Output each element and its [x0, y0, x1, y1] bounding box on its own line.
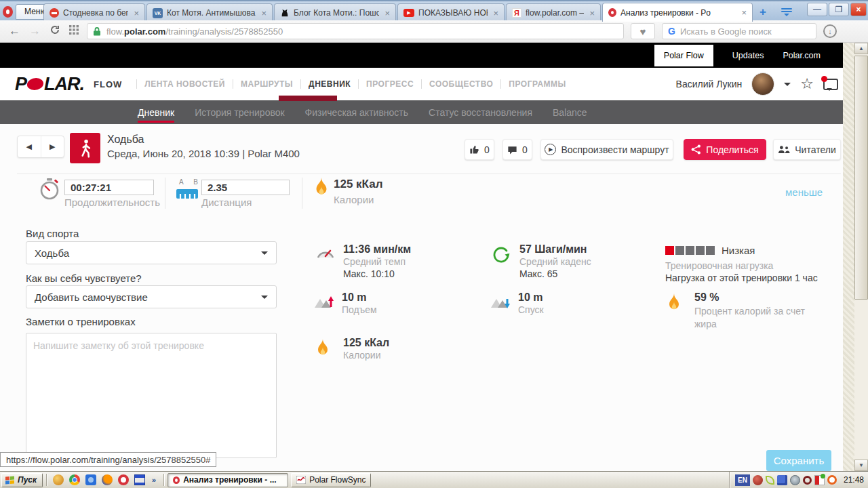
browser-tab-active[interactable]: Анализ тренировки - Po × — [602, 3, 753, 22]
tray-icon-orange[interactable] — [827, 475, 837, 485]
tab-title: Стодневка по бегу - 1 — [63, 8, 128, 18]
chrome-icon[interactable] — [69, 474, 80, 485]
taskbar-task-flowsync[interactable]: Polar FlowSync — [291, 473, 371, 487]
favorites-star-icon[interactable]: ☆ — [800, 75, 814, 93]
notifications-icon[interactable] — [823, 79, 838, 90]
tab-menu-button[interactable] — [781, 7, 792, 19]
readers-button[interactable]: Читатели — [773, 139, 841, 160]
browser-addressbar: ← → flow.polar.com/training/analysis/257… — [0, 20, 868, 43]
subnav-recovery[interactable]: Статус восстановления — [429, 107, 532, 118]
topbar-link-updates[interactable]: Updates — [732, 51, 764, 60]
notes-textarea[interactable] — [26, 333, 277, 458]
new-tab-button[interactable]: + — [760, 5, 766, 19]
tab-close-icon[interactable]: × — [492, 8, 500, 18]
tray-icon-leaf[interactable] — [766, 476, 774, 485]
people-icon — [778, 145, 790, 154]
status-url-tooltip: https://flow.polar.com/training/analysis… — [0, 452, 216, 467]
tab-close-icon[interactable]: × — [132, 8, 140, 18]
browser-tab-3[interactable]: Блог Кота Моти.: Пошо × — [274, 3, 396, 22]
load-label: Тренировочная нагрузка — [665, 260, 818, 271]
bookmark-heart-button[interactable]: ♥ — [631, 23, 655, 39]
feeling-select[interactable]: Добавить самочувствие — [26, 285, 277, 308]
start-button[interactable]: Пуск — [1, 473, 43, 487]
back-button[interactable]: ← — [9, 24, 20, 38]
next-session-button[interactable]: ▶ — [41, 136, 64, 157]
distance-input[interactable] — [201, 180, 290, 195]
divider — [163, 474, 164, 486]
opera-icon[interactable] — [118, 474, 129, 485]
tray-icon-webcam[interactable] — [790, 475, 800, 485]
subnav-diary[interactable]: Дневник — [138, 107, 174, 123]
tab-title: ПОКАЗЫВАЮ НОВЫЙ БО — [418, 8, 488, 18]
polar-logo[interactable]: PLAR. — [15, 74, 84, 95]
language-indicator[interactable]: EN — [735, 474, 750, 486]
window-close-button[interactable]: × — [850, 3, 867, 16]
subnav-balance[interactable]: Balance — [553, 107, 587, 118]
taskbar-clock: 21:48 — [844, 475, 864, 485]
search-input[interactable] — [680, 26, 795, 37]
window-minimize-button[interactable]: — — [807, 3, 827, 16]
search-box[interactable]: G — [662, 23, 816, 39]
scroll-up-icon[interactable]: ▲ — [854, 43, 868, 54]
ruler-icon — [176, 189, 198, 199]
subnav-activity[interactable]: Физическая активность — [305, 107, 408, 118]
sport-select[interactable]: Ходьба — [26, 241, 277, 264]
flame-icon — [667, 291, 688, 331]
polar-top-bar: Polar Flow Updates Polar.com — [0, 43, 868, 68]
comment-button[interactable]: 0 — [502, 139, 532, 160]
flame-icon — [316, 337, 336, 362]
tray-icon-blue-puzzle[interactable] — [777, 475, 787, 485]
tray-icon-red[interactable] — [753, 475, 763, 485]
nav-diary[interactable]: ДНЕВНИК — [309, 79, 351, 89]
polar-logo-o-icon — [26, 78, 45, 90]
replay-route-label: Воспроизвести маршрут — [561, 144, 669, 155]
save-button[interactable]: Сохранить — [766, 450, 831, 471]
like-button[interactable]: 0 — [465, 139, 494, 160]
reload-button[interactable] — [50, 24, 60, 39]
avatar[interactable] — [751, 73, 774, 96]
url-field[interactable]: flow.polar.com/training/analysis/2578852… — [87, 23, 624, 39]
forward-button[interactable]: → — [29, 24, 41, 38]
divider — [17, 174, 841, 174]
taskbar-task-analysis[interactable]: Анализ тренировки - ... — [167, 473, 288, 487]
load-square — [696, 246, 705, 255]
firefox-icon[interactable] — [102, 474, 113, 485]
browser-tab-4[interactable]: ▶ ПОКАЗЫВАЮ НОВЫЙ БО × — [397, 3, 505, 22]
comment-count: 0 — [522, 144, 528, 155]
topbar-link-polar-flow[interactable]: Polar Flow — [654, 45, 713, 66]
tab-close-icon[interactable]: × — [260, 8, 268, 18]
less-link[interactable]: меньше — [785, 186, 823, 198]
nav-feed[interactable]: ЛЕНТА НОВОСТЕЙ — [144, 79, 225, 89]
user-name[interactable]: Василий Лукин — [676, 79, 743, 89]
chevron-down-icon[interactable] — [784, 83, 791, 89]
share-button[interactable]: Поделиться — [684, 139, 766, 160]
tab-close-icon[interactable]: × — [740, 7, 748, 18]
quicklaunch-blue-icon[interactable] — [85, 474, 96, 485]
downloads-button[interactable]: ↓ — [823, 24, 837, 38]
browser-tab-2[interactable]: VK Кот Мотя. Антимышова × — [146, 3, 273, 22]
window-maximize-button[interactable]: ❐ — [829, 3, 849, 16]
tray-icon-sync-check[interactable] — [814, 475, 825, 485]
quicklaunch-app-icon[interactable] — [53, 474, 64, 485]
subnav-history[interactable]: История тренировок — [195, 107, 284, 118]
tray-icon-dark-red[interactable] — [803, 476, 812, 485]
tab-close-icon[interactable]: × — [588, 8, 596, 18]
nav-routes[interactable]: МАРШРУТЫ — [241, 79, 293, 89]
replay-route-button[interactable]: ▶ Воспроизвести маршрут — [540, 139, 673, 160]
browser-tab-5[interactable]: Я flow.polar.com — Янде × — [506, 3, 601, 22]
duration-input[interactable] — [64, 180, 154, 195]
nav-community[interactable]: СООБЩЕСТВО — [429, 79, 493, 89]
speed-dial-button[interactable] — [69, 25, 79, 37]
previous-session-button[interactable]: ◀ — [18, 136, 41, 157]
quicklaunch-overflow-icon[interactable]: » — [152, 476, 156, 484]
nav-programs[interactable]: ПРОГРАММЫ — [509, 79, 566, 89]
scroll-down-icon[interactable]: ▼ — [854, 460, 868, 471]
scrollbar-thumb[interactable] — [854, 56, 868, 300]
tab-close-icon[interactable]: × — [383, 8, 391, 18]
vertical-scrollbar[interactable]: ▲ ▼ — [854, 43, 868, 471]
browser-tab-1[interactable]: Стодневка по бегу - 1 × — [43, 3, 145, 22]
topbar-link-polar-com[interactable]: Polar.com — [783, 51, 821, 60]
nav-progress[interactable]: ПРОГРЕСС — [366, 79, 414, 89]
floppy-save-icon[interactable] — [134, 474, 145, 485]
opera-favicon-icon — [608, 8, 616, 17]
